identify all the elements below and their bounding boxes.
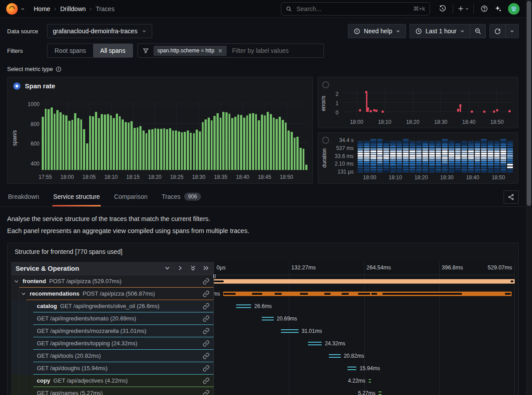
x-tick-label: 18:10 bbox=[378, 119, 391, 125]
duration-panel[interactable]: duration 34.4 s537 ms33.6 ms2.10 ms131 µ… bbox=[318, 132, 518, 184]
trace-row[interactable]: GET /api/ingredients/mozzarella (31.01ms… bbox=[11, 325, 515, 337]
chevron-down-icon[interactable] bbox=[20, 7, 25, 11]
grafana-logo[interactable] bbox=[6, 3, 18, 15]
heatmap-cell bbox=[397, 162, 402, 163]
ai-sparkles-icon[interactable] bbox=[492, 2, 504, 16]
heatmap-cell bbox=[436, 153, 441, 154]
heatmap-cell bbox=[383, 169, 389, 170]
link-icon[interactable] bbox=[203, 340, 209, 347]
heatmap-cell bbox=[442, 143, 448, 145]
chevron-down-icon[interactable] bbox=[14, 279, 19, 284]
heatmap-cell bbox=[436, 150, 441, 152]
heatmap-cell bbox=[429, 169, 435, 170]
heatmap-cell bbox=[370, 162, 376, 163]
heatmap-cell bbox=[410, 155, 415, 157]
history-icon[interactable] bbox=[436, 2, 449, 16]
search-input[interactable] bbox=[296, 5, 410, 13]
link-icon[interactable] bbox=[203, 352, 209, 359]
link-icon[interactable] bbox=[203, 328, 209, 334]
span-bar bbox=[281, 329, 299, 333]
tabs-row: Breakdown Service structure Comparison T… bbox=[0, 188, 526, 207]
heatmap-cell bbox=[377, 169, 383, 170]
tab-service-structure[interactable]: Service structure bbox=[52, 188, 101, 206]
column-resize-handle[interactable] bbox=[213, 274, 216, 278]
link-icon[interactable] bbox=[203, 303, 209, 309]
funnel-icon bbox=[142, 47, 149, 54]
indent-guide bbox=[19, 312, 20, 325]
trace-row[interactable]: recommendationsPOST /api/pizza (506.87ms… bbox=[11, 288, 515, 300]
filter-bar[interactable]: span.http.scheme = http ✕ bbox=[138, 43, 324, 58]
remove-filter-icon[interactable]: ✕ bbox=[218, 47, 223, 54]
breadcrumb-traces: Traces bbox=[96, 5, 114, 12]
refresh-button[interactable] bbox=[489, 24, 506, 38]
heatmap-cell bbox=[364, 148, 370, 150]
v-gridline bbox=[357, 89, 357, 116]
tab-traces[interactable]: Traces 906 bbox=[161, 188, 202, 206]
avatar[interactable] bbox=[508, 3, 520, 15]
heatmap-cell bbox=[461, 146, 467, 147]
heatmap-cell bbox=[494, 141, 500, 143]
operation-name: GET /api/ingredients/mozzarella (31.01ms… bbox=[37, 328, 146, 334]
link-icon[interactable] bbox=[203, 390, 209, 395]
trace-row[interactable]: catalogGET /api/ingredients/olive_oil (2… bbox=[11, 300, 515, 312]
y-tick-label: 400 bbox=[24, 161, 39, 167]
trace-row[interactable]: GET /api/doughs (15.94ms)15.94ms bbox=[11, 362, 515, 375]
error-rate-radio[interactable] bbox=[322, 81, 329, 88]
scrollbar-thumb[interactable] bbox=[527, 1, 531, 206]
bar bbox=[63, 115, 65, 170]
link-icon[interactable] bbox=[203, 290, 209, 297]
bar bbox=[267, 112, 269, 170]
expand-one-icon[interactable] bbox=[177, 265, 183, 271]
tab-comparison[interactable]: Comparison bbox=[113, 188, 148, 206]
need-help-button[interactable]: Need help bbox=[348, 24, 406, 38]
bar bbox=[71, 120, 74, 170]
trace-row[interactable]: frontendPOST /api/pizza (529.07ms) bbox=[11, 275, 515, 288]
time-range-picker[interactable]: Last 1 hour bbox=[410, 24, 470, 38]
trace-row[interactable]: GET /api/ingredients/topping (24.32ms)24… bbox=[11, 337, 515, 350]
heatmap-cell bbox=[481, 143, 487, 145]
expand-all-icon[interactable] bbox=[203, 265, 209, 271]
link-icon[interactable] bbox=[203, 278, 209, 284]
breadcrumb-drilldown[interactable]: Drilldown bbox=[60, 5, 86, 12]
trace-row[interactable]: GET /api/tools (20.82ms)20.82ms bbox=[11, 350, 515, 362]
filter-input[interactable] bbox=[231, 47, 311, 55]
search-box[interactable]: ⌘+k bbox=[281, 2, 430, 16]
heatmap-cell bbox=[449, 169, 454, 170]
info-icon[interactable] bbox=[55, 66, 62, 72]
link-icon[interactable] bbox=[203, 365, 209, 371]
link-icon[interactable] bbox=[203, 377, 209, 384]
page-scrollbar[interactable] bbox=[526, 0, 532, 395]
trace-row-text: frontendPOST /api/pizza (529.07ms) bbox=[11, 278, 122, 284]
root-spans-option[interactable]: Root spans bbox=[47, 44, 93, 57]
zoom-out-button[interactable] bbox=[470, 24, 486, 38]
tab-breakdown[interactable]: Breakdown bbox=[7, 188, 40, 206]
bar bbox=[199, 131, 201, 170]
span-rate-radio[interactable] bbox=[13, 83, 20, 90]
refresh-interval-dropdown[interactable] bbox=[506, 24, 519, 38]
help-icon[interactable] bbox=[478, 2, 490, 16]
filter-chip[interactable]: span.http.scheme = http ✕ bbox=[154, 46, 227, 56]
heatmap-cell bbox=[449, 141, 454, 143]
link-icon[interactable] bbox=[203, 315, 209, 322]
heatmap-cell bbox=[507, 171, 513, 173]
span-rate-panel[interactable]: Span rate span/s 4006008001000 17:5518:0… bbox=[7, 77, 313, 184]
trace-row[interactable]: GET /api/ingredients/tomato (20.69ms)20.… bbox=[11, 312, 515, 325]
self-time-segment bbox=[382, 293, 462, 295]
heatmap-cell bbox=[377, 141, 383, 143]
x-tick-label: 18:25 bbox=[170, 174, 183, 180]
heatmap-cell bbox=[494, 159, 500, 161]
add-new-button[interactable] bbox=[457, 2, 469, 16]
heatmap-cell bbox=[416, 143, 422, 145]
trace-row[interactable]: GET /api/names (5.27ms)5.27ms bbox=[11, 387, 515, 395]
share-button[interactable] bbox=[504, 190, 519, 204]
collapse-one-icon[interactable] bbox=[164, 265, 170, 271]
all-spans-option[interactable]: All spans bbox=[93, 44, 133, 57]
breadcrumb-home[interactable]: Home bbox=[34, 5, 50, 12]
bar bbox=[80, 119, 83, 170]
chevron-down-icon[interactable] bbox=[21, 291, 26, 296]
datasource-select[interactable]: grafanacloud-demoinfra-traces bbox=[47, 24, 152, 38]
heatmap-cell bbox=[488, 169, 493, 170]
collapse-all-icon[interactable] bbox=[190, 265, 196, 271]
trace-row[interactable]: copyGET /api/adjectives (4.22ms)4.22ms bbox=[11, 375, 515, 387]
error-rate-panel[interactable]: error/s 012 18:0018:1018:2018:3018:4018:… bbox=[318, 77, 518, 128]
